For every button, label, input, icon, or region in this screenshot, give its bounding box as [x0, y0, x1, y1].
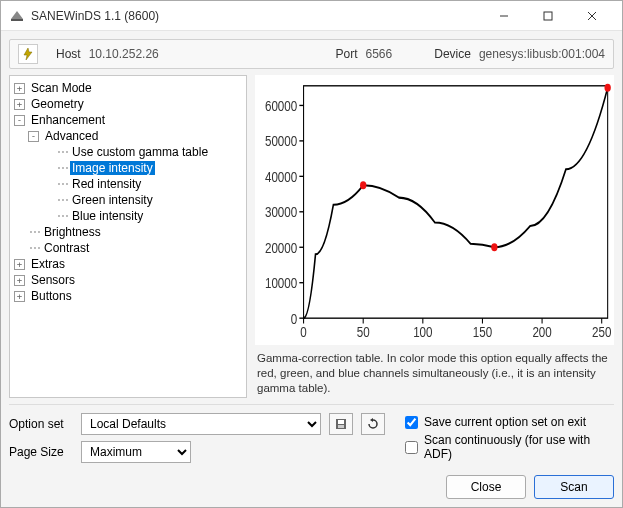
svg-rect-0 — [11, 19, 23, 21]
expand-icon[interactable]: + — [14, 259, 25, 270]
svg-text:50000: 50000 — [265, 133, 297, 150]
titlebar: SANEWinDS 1.1 (8600) — [1, 1, 622, 31]
tree-item-advanced[interactable]: -Advanced — [26, 128, 244, 144]
svg-text:0: 0 — [300, 324, 306, 341]
scan-button[interactable]: Scan — [534, 475, 614, 499]
tree-item-blue-intensity[interactable]: ⋯Blue intensity — [54, 208, 244, 224]
save-icon-button[interactable] — [329, 413, 353, 435]
svg-point-35 — [604, 84, 610, 92]
tree-item-scan-mode[interactable]: +Scan Mode — [12, 80, 244, 96]
page-size-select[interactable]: Maximum — [81, 441, 191, 463]
tree-item-red-intensity[interactable]: ⋯Red intensity — [54, 176, 244, 192]
svg-rect-37 — [338, 420, 344, 424]
tree-item-sensors[interactable]: +Sensors — [12, 272, 244, 288]
svg-text:10000: 10000 — [265, 275, 297, 292]
collapse-icon[interactable]: - — [14, 115, 25, 126]
tree-leaf-icon: ⋯ — [28, 241, 42, 255]
svg-point-34 — [491, 243, 497, 251]
svg-text:50: 50 — [357, 324, 370, 341]
graph-panel: 0100002000030000400005000060000050100150… — [255, 75, 614, 398]
svg-text:60000: 60000 — [265, 97, 297, 114]
scan-continuous-label[interactable]: Scan continuously (for use with ADF) — [424, 433, 614, 461]
bottom-panel: Option set Local Defaults Page Size Maxi… — [9, 404, 614, 463]
close-window-button[interactable] — [570, 1, 614, 31]
tree-item-contrast[interactable]: ⋯Contrast — [26, 240, 244, 256]
svg-text:200: 200 — [532, 324, 551, 341]
svg-point-33 — [360, 181, 366, 189]
svg-rect-38 — [338, 425, 344, 428]
expand-icon[interactable]: + — [14, 83, 25, 94]
tree-leaf-icon: ⋯ — [56, 177, 70, 191]
maximize-button[interactable] — [526, 1, 570, 31]
host-value: 10.10.252.26 — [89, 47, 159, 61]
svg-marker-39 — [370, 418, 373, 422]
host-label: Host — [56, 47, 81, 61]
tree-item-green-intensity[interactable]: ⋯Green intensity — [54, 192, 244, 208]
option-set-select[interactable]: Local Defaults — [81, 413, 321, 435]
close-button[interactable]: Close — [446, 475, 526, 499]
svg-text:150: 150 — [473, 324, 492, 341]
tree-item-brightness[interactable]: ⋯Brightness — [26, 224, 244, 240]
tree-item-buttons[interactable]: +Buttons — [12, 288, 244, 304]
expand-icon[interactable]: + — [14, 99, 25, 110]
svg-text:40000: 40000 — [265, 168, 297, 185]
option-set-label: Option set — [9, 417, 73, 431]
graph-description: Gamma-correction table. In color mode th… — [255, 345, 614, 398]
svg-text:30000: 30000 — [265, 204, 297, 221]
svg-marker-5 — [24, 48, 32, 60]
device-value: genesys:libusb:001:004 — [479, 47, 605, 61]
svg-text:250: 250 — [592, 324, 611, 341]
svg-rect-6 — [304, 86, 608, 318]
reload-icon-button[interactable] — [361, 413, 385, 435]
connection-toolbar: Host 10.10.252.26 Port 6566 Device genes… — [9, 39, 614, 69]
tree-leaf-icon: ⋯ — [56, 145, 70, 159]
tree-leaf-icon: ⋯ — [56, 193, 70, 207]
tree-leaf-icon: ⋯ — [56, 209, 70, 223]
tree-item-geometry[interactable]: +Geometry — [12, 96, 244, 112]
option-tree[interactable]: +Scan Mode +Geometry -Enhancement -Advan… — [9, 75, 247, 398]
expand-icon[interactable]: + — [14, 291, 25, 302]
tree-item-image-intensity[interactable]: ⋯Image intensity — [54, 160, 244, 176]
tree-item-custom-gamma[interactable]: ⋯Use custom gamma table — [54, 144, 244, 160]
app-icon — [9, 8, 25, 24]
scan-continuous-checkbox[interactable] — [405, 441, 418, 454]
bolt-icon[interactable] — [18, 44, 38, 64]
minimize-button[interactable] — [482, 1, 526, 31]
save-on-exit-label[interactable]: Save current option set on exit — [424, 415, 586, 429]
tree-leaf-icon: ⋯ — [28, 225, 42, 239]
gamma-graph[interactable]: 0100002000030000400005000060000050100150… — [255, 75, 614, 345]
svg-text:20000: 20000 — [265, 239, 297, 256]
svg-text:100: 100 — [413, 324, 432, 341]
svg-rect-2 — [544, 12, 552, 20]
app-window: SANEWinDS 1.1 (8600) Host 10.10.252.26 P… — [0, 0, 623, 508]
tree-item-enhancement[interactable]: -Enhancement — [12, 112, 244, 128]
tree-item-extras[interactable]: +Extras — [12, 256, 244, 272]
svg-text:0: 0 — [291, 310, 297, 327]
device-label: Device — [434, 47, 471, 61]
button-row: Close Scan — [1, 471, 622, 507]
port-value: 6566 — [366, 47, 393, 61]
window-title: SANEWinDS 1.1 (8600) — [31, 9, 482, 23]
save-on-exit-checkbox[interactable] — [405, 416, 418, 429]
collapse-icon[interactable]: - — [28, 131, 39, 142]
port-label: Port — [336, 47, 358, 61]
main-panel: +Scan Mode +Geometry -Enhancement -Advan… — [9, 75, 614, 398]
content-area: Host 10.10.252.26 Port 6566 Device genes… — [1, 31, 622, 471]
expand-icon[interactable]: + — [14, 275, 25, 286]
page-size-label: Page Size — [9, 445, 73, 459]
tree-leaf-icon: ⋯ — [56, 161, 70, 175]
